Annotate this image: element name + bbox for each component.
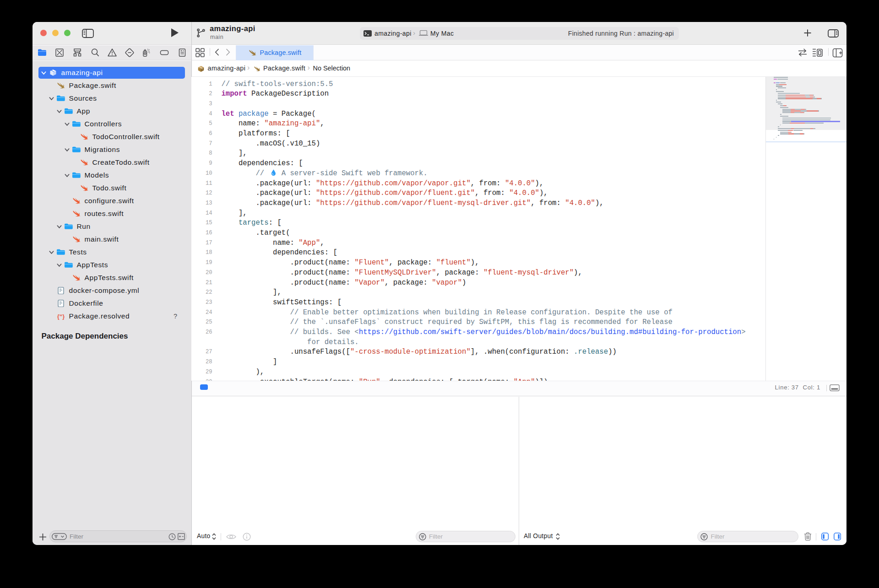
- svg-text:{“}: {“}: [57, 313, 65, 320]
